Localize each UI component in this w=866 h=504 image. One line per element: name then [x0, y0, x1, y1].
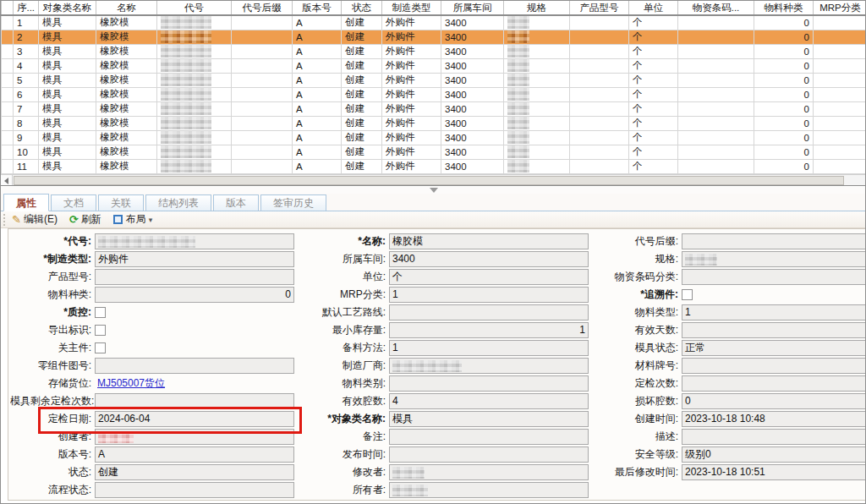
table-cell-mfg_type[interactable]: 外购件	[382, 58, 441, 73]
table-row[interactable]: 9模具橡胶模A创建外购件3400个0	[2, 130, 866, 145]
table-cell-barcode[interactable]	[678, 145, 754, 159]
table-cell-workshop[interactable]: 3400	[441, 159, 504, 173]
table-cell-code[interactable]	[157, 87, 232, 101]
table-cell-mfg_type[interactable]: 外购件	[382, 87, 441, 101]
table-cell-seq[interactable]: 6	[14, 87, 39, 101]
table-cell-unit[interactable]: 个	[629, 15, 678, 30]
table-cell-material_kind[interactable]: 0	[754, 130, 814, 145]
input-process_status[interactable]	[95, 482, 294, 498]
table-cell-unit[interactable]: 个	[629, 159, 678, 173]
column-header-seq[interactable]: 序...	[14, 1, 39, 15]
table-cell-barcode[interactable]	[678, 15, 754, 30]
table-cell-status[interactable]: 创建	[342, 15, 382, 30]
table-cell-mfg_type[interactable]: 外购件	[382, 101, 441, 116]
table-cell-code_suffix[interactable]	[232, 130, 293, 145]
input-status[interactable]: 创建	[95, 464, 294, 480]
table-cell-workshop[interactable]: 3400	[441, 145, 504, 159]
table-cell-mrp[interactable]	[814, 87, 866, 101]
column-header-product_model[interactable]: 产品型号	[570, 1, 629, 15]
table-cell-code_suffix[interactable]	[232, 87, 293, 101]
checkbox-trace_part[interactable]	[682, 289, 693, 300]
table-cell-spec[interactable]	[504, 15, 570, 30]
checkbox-export_flag[interactable]	[95, 325, 106, 336]
table-cell-status[interactable]: 创建	[342, 101, 382, 116]
table-cell-code_suffix[interactable]	[232, 145, 293, 159]
table-cell-status[interactable]: 创建	[342, 30, 382, 44]
table-cell-object_class[interactable]: 模具	[39, 116, 96, 130]
table-cell-seq[interactable]: 1	[14, 15, 39, 30]
checkbox-main_part[interactable]	[95, 342, 106, 353]
table-cell-barcode[interactable]	[678, 30, 754, 44]
input-mrp_class[interactable]: 1	[389, 287, 589, 303]
column-header-mfg_type[interactable]: 制造类型	[382, 1, 441, 15]
table-cell-spec[interactable]	[504, 87, 570, 101]
table-cell-mrp[interactable]	[814, 145, 866, 159]
table-cell-status[interactable]: 创建	[342, 87, 382, 101]
table-cell-sel[interactable]	[2, 44, 14, 58]
column-header-name[interactable]: 名称	[96, 1, 157, 15]
checkbox-qc[interactable]	[95, 307, 106, 318]
table-cell-unit[interactable]: 个	[629, 116, 678, 130]
input-remaining_inspections[interactable]	[95, 393, 294, 409]
table-cell-status[interactable]: 创建	[342, 44, 382, 58]
table-cell-version[interactable]: A	[293, 87, 342, 101]
table-row[interactable]: 1模具橡胶模A创建外购件3400个0	[2, 15, 866, 30]
link-storage_location[interactable]: MJ505007货位	[95, 376, 165, 391]
table-cell-code[interactable]	[157, 101, 232, 116]
table-cell-object_class[interactable]: 模具	[39, 159, 96, 173]
table-cell-name[interactable]: 橡胶模	[96, 30, 157, 44]
table-row[interactable]: 4模具橡胶模A创建外购件3400个0	[2, 58, 866, 73]
table-cell-workshop[interactable]: 3400	[441, 73, 504, 87]
scrollbar-thumb[interactable]	[14, 176, 844, 185]
input-creator[interactable]	[95, 429, 294, 445]
table-cell-version[interactable]: A	[293, 130, 342, 145]
table-cell-unit[interactable]: 个	[629, 58, 678, 73]
input-spec[interactable]	[682, 251, 866, 267]
input-material_grade[interactable]	[682, 358, 866, 374]
table-cell-workshop[interactable]: 3400	[441, 44, 504, 58]
table-cell-product_model[interactable]	[570, 15, 629, 30]
input-barcode_class[interactable]	[682, 269, 866, 285]
input-remark[interactable]	[389, 429, 589, 445]
table-cell-sel[interactable]	[2, 159, 14, 173]
input-damaged_cavities[interactable]: 0	[682, 393, 866, 409]
table-cell-code[interactable]	[157, 30, 232, 44]
column-header-version[interactable]: 版本号	[293, 1, 342, 15]
table-cell-code_suffix[interactable]	[232, 73, 293, 87]
table-cell-sel[interactable]	[2, 145, 14, 159]
table-cell-product_model[interactable]	[570, 130, 629, 145]
table-row[interactable]: 11模具橡胶模A创建外购件3400个0	[2, 159, 866, 173]
table-cell-name[interactable]: 橡胶模	[96, 145, 157, 159]
tab-属性[interactable]: 属性	[3, 194, 49, 211]
table-cell-name[interactable]: 橡胶模	[96, 159, 157, 173]
tab-签审历史[interactable]: 签审历史	[260, 194, 326, 211]
table-cell-material_kind[interactable]: 0	[754, 30, 814, 44]
table-cell-material_kind[interactable]: 0	[754, 145, 814, 159]
table-cell-name[interactable]: 橡胶模	[96, 58, 157, 73]
column-header-sel[interactable]	[2, 1, 14, 15]
table-cell-material_kind[interactable]: 0	[754, 58, 814, 73]
table-cell-status[interactable]: 创建	[342, 73, 382, 87]
table-cell-barcode[interactable]	[678, 58, 754, 73]
input-publish_time[interactable]	[389, 446, 589, 463]
column-header-mrp[interactable]: MRP分类	[814, 1, 866, 15]
table-row[interactable]: 2模具橡胶模A创建外购件3400个0	[2, 30, 866, 44]
table-cell-object_class[interactable]: 模具	[39, 58, 96, 73]
table-cell-sel[interactable]	[2, 101, 14, 116]
table-cell-unit[interactable]: 个	[629, 145, 678, 159]
table-cell-version[interactable]: A	[293, 58, 342, 73]
input-code_suffix[interactable]	[682, 233, 866, 249]
column-header-material_kind[interactable]: 物料种类	[754, 1, 814, 15]
table-cell-seq[interactable]: 9	[14, 130, 39, 145]
table-cell-spec[interactable]	[504, 116, 570, 130]
table-cell-spec[interactable]	[504, 130, 570, 145]
table-cell-mrp[interactable]	[814, 101, 866, 116]
table-cell-mfg_type[interactable]: 外购件	[382, 30, 441, 44]
column-header-unit[interactable]: 单位	[629, 1, 678, 15]
input-mfg_type[interactable]: 外购件	[95, 251, 294, 267]
table-cell-spec[interactable]	[504, 145, 570, 159]
input-create_time[interactable]: 2023-10-18 10:48	[682, 411, 866, 427]
table-cell-product_model[interactable]	[570, 145, 629, 159]
input-default_route[interactable]	[389, 304, 589, 320]
table-cell-product_model[interactable]	[570, 116, 629, 130]
